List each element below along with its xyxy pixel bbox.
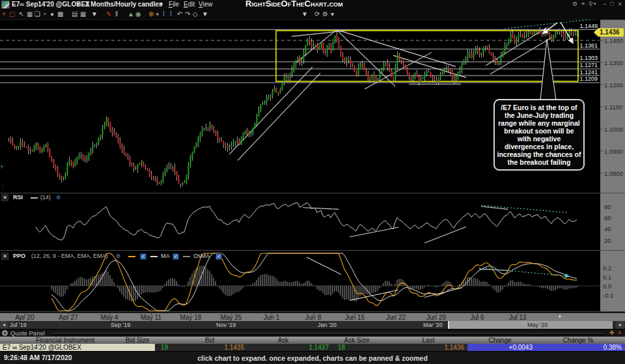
volume-bars-icon[interactable]: ǁ xyxy=(115,10,118,18)
text-note-icon[interactable]: Ⅰ xyxy=(163,10,165,18)
symbol-label[interactable]: E7 xyxy=(12,0,20,8)
clock-icon[interactable]: ◔ xyxy=(42,10,46,18)
scroll-left-button[interactable]: ◂ xyxy=(0,321,8,329)
settings-wrench-icon[interactable]: ⚙ xyxy=(322,10,328,18)
candle-body xyxy=(192,152,193,158)
osma-bar xyxy=(314,286,316,287)
link-icon[interactable]: ⚭ xyxy=(581,0,586,8)
panel-drag-icon[interactable]: ✥ xyxy=(609,329,615,337)
gear-icon[interactable]: ⚙ xyxy=(572,0,577,8)
scroll-right-button[interactable]: ▸ xyxy=(617,321,624,329)
breakout-arrow[interactable] xyxy=(543,23,557,33)
price-level-label: 1.1449 xyxy=(579,23,598,29)
menu-file[interactable]: File xyxy=(169,0,179,8)
ppo-close-icon[interactable]: ✕ xyxy=(1,253,8,260)
rsi-close-icon[interactable]: ✕ xyxy=(1,194,8,201)
cursor-icon[interactable]: ↖ xyxy=(19,10,24,18)
candle-body xyxy=(555,33,557,35)
quote-panel-collapse-icon[interactable]: ▾ xyxy=(2,330,8,336)
osma-bar xyxy=(561,286,562,288)
target-icon[interactable]: ⊕ xyxy=(148,10,154,18)
chart-style-icon[interactable]: ▩ xyxy=(57,10,63,18)
menu-edit[interactable]: Edit xyxy=(184,0,195,8)
osma-bar xyxy=(371,286,372,293)
osma-bar xyxy=(537,286,538,287)
print-icon[interactable]: ❏ xyxy=(35,10,40,18)
undo-icon[interactable]: ↶ xyxy=(177,10,182,18)
refresh-icon[interactable]: ⟳ xyxy=(314,10,320,18)
folder-icon[interactable]: ▤ xyxy=(72,10,77,18)
osma-bar xyxy=(133,286,134,302)
style-caret-icon[interactable]: ▼ xyxy=(202,10,208,18)
osma-bar xyxy=(381,286,382,287)
rsi-settings-icon[interactable]: ⚙ xyxy=(56,193,61,202)
osma-bar xyxy=(457,285,458,286)
timeframe-label[interactable]: 3 Months/Hourly candles xyxy=(85,0,162,8)
draw-pencil-icon[interactable]: ✎ xyxy=(106,10,111,18)
osma-bar xyxy=(566,286,568,290)
time-scrollbar[interactable]: ◂ ▸ Jul '19Sep '19Nov '19Jan '20Mar '20M… xyxy=(0,321,625,329)
layout-grid-icon[interactable]: ▦ xyxy=(80,10,86,18)
quote-table-row[interactable]: E7 ∞ Sep14'20 @GLOBEX 191.14351.1437181.… xyxy=(0,344,625,351)
osma-bar xyxy=(555,286,556,290)
circle-icon[interactable]: ● xyxy=(50,10,54,18)
candle-body xyxy=(364,65,365,70)
candle-body xyxy=(548,31,549,35)
measure-icon[interactable]: ⌖ xyxy=(156,10,160,18)
osma-bar xyxy=(549,286,550,290)
osma-bar xyxy=(293,281,294,286)
osma-bar xyxy=(189,277,191,286)
chart-area[interactable]: 1.14001.13001.12001.11001.10001.09001.08… xyxy=(0,0,625,364)
chart-tool-icon[interactable]: ⊦ xyxy=(1,163,4,170)
candle-body xyxy=(182,182,184,184)
pin-caret-icon[interactable]: ▾ xyxy=(594,0,596,8)
instrument-cell[interactable]: E7 ∞ Sep14'20 @GLOBEX xyxy=(0,344,155,351)
ppo-settings-icon[interactable]: ⚙ xyxy=(116,252,120,260)
close-window-icon[interactable]: × xyxy=(618,0,622,8)
osma-bar xyxy=(541,286,542,288)
osma-bar xyxy=(340,286,341,296)
osma-bar xyxy=(254,282,255,286)
candle-body xyxy=(245,131,246,135)
annotation-callout[interactable]: /E7 Euro is at the top of the June-July … xyxy=(493,99,585,171)
candle-body xyxy=(34,147,35,151)
shape-icon[interactable]: ◇ xyxy=(193,10,198,18)
osma-bar xyxy=(96,275,97,286)
selection-box-icon[interactable]: ▢ xyxy=(9,10,15,18)
candle-body xyxy=(497,61,498,64)
ma-checkbox[interactable]: ✓ xyxy=(173,253,179,260)
candle-body xyxy=(465,59,467,61)
minimize-icon[interactable]: – xyxy=(603,0,606,8)
redo-icon[interactable]: ↷ xyxy=(185,10,190,18)
pin-icon[interactable]: ⚲ xyxy=(589,0,593,8)
osma-bar xyxy=(227,286,228,296)
text-note-alt-icon[interactable]: Ⅰ xyxy=(170,10,172,18)
more-caret-icon[interactable]: ▾ xyxy=(331,10,334,18)
grid-icon[interactable]: ▦ xyxy=(27,10,33,18)
menu-view[interactable]: View xyxy=(199,0,213,8)
rsi-tick-label: 60 xyxy=(604,214,611,221)
candle-body xyxy=(22,142,23,145)
symbol-caret-icon[interactable]: ▾ xyxy=(77,0,79,8)
osma-bar xyxy=(162,286,163,288)
osma-bar xyxy=(545,286,546,288)
triangle-icon[interactable]: ▲ xyxy=(128,10,134,18)
osma-bar xyxy=(502,286,503,290)
ppo-checkbox[interactable]: ✓ xyxy=(140,253,146,260)
globe-icon[interactable]: ◉ xyxy=(135,10,141,18)
candle-body xyxy=(190,158,191,165)
osma-checkbox[interactable]: ✓ xyxy=(215,253,222,260)
osma-bar xyxy=(72,283,74,286)
osma-bar xyxy=(508,283,509,286)
candle-body xyxy=(462,65,463,70)
timeframe-caret-icon[interactable]: ▾ xyxy=(160,0,163,8)
trendline xyxy=(337,30,395,87)
maximize-icon[interactable]: □ xyxy=(610,0,613,8)
candle-body xyxy=(430,72,432,77)
quote-panel-close-icon[interactable]: × xyxy=(618,329,621,337)
contract-label[interactable]: Sep14'20 @GLOBEX xyxy=(26,0,90,8)
dropdown-caret-icon[interactable]: ▼ xyxy=(91,10,98,18)
price-tick-label: 1.1300 xyxy=(604,59,623,66)
tools-caret-icon[interactable]: ▼ xyxy=(301,10,308,18)
close-chart-icon[interactable]: × xyxy=(2,10,6,18)
